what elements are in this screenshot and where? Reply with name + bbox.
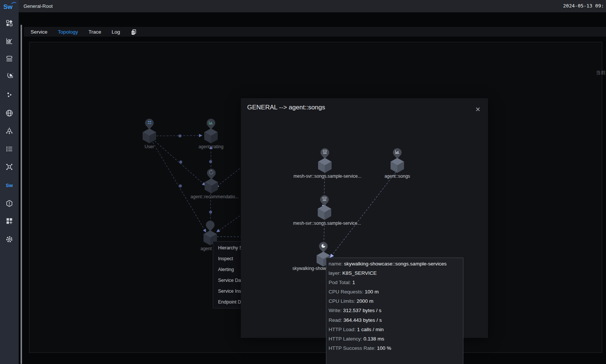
widgets-plus-icon (6, 217, 13, 225)
tooltip-label: Pod Total: (329, 280, 351, 285)
tooltip-label: Read: (329, 317, 342, 323)
node-label: User (144, 144, 154, 149)
sidebar-item-metrics[interactable] (0, 34, 19, 49)
node-label: agent (201, 246, 212, 251)
copy-tab-button[interactable] (131, 29, 137, 35)
tab-log[interactable]: Log (112, 29, 120, 35)
topology-node-agent-rating[interactable]: agent::rating (181, 118, 241, 149)
database-icon (6, 55, 13, 62)
skywalking-logo[interactable]: Sw (3, 1, 17, 11)
tooltip-value: 1 (352, 280, 355, 285)
tooltip-value: skywalking-showcase::songs.sample-servic… (344, 261, 447, 267)
node-label: agent::rating (199, 144, 224, 149)
node-label: agent::recommendatio... (190, 194, 239, 199)
tooltip-value: K8S_SERVICE (342, 270, 377, 276)
scatter-dots-icon (6, 91, 13, 99)
tooltip-value: 0.138 ms (364, 336, 385, 342)
pie-chart-icon (6, 73, 13, 81)
tooltip-value: 312.537 bytes / s (343, 308, 382, 313)
depth-label: 当前 (596, 69, 606, 76)
sidebar-item-settings[interactable] (0, 232, 19, 247)
network-icon (6, 163, 13, 171)
sidebar-item-widgets[interactable] (0, 214, 19, 228)
node-label: mesh-svr::songs.sample-service... (293, 174, 361, 179)
tooltip-value: 100 % (377, 345, 391, 351)
tooltip-value: 364.443 bytes / s (344, 317, 382, 323)
vertical-scrollbar[interactable] (21, 25, 22, 364)
alert-hexagon-icon (6, 200, 13, 207)
svg-text:Sw: Sw (3, 3, 13, 10)
topology-node-user[interactable]: User (119, 118, 179, 149)
time-range-value[interactable]: 2024-05-13 09: (563, 3, 606, 9)
tooltip-label: CPU Limits: (329, 298, 355, 304)
tab-topology[interactable]: Topology (58, 29, 78, 35)
page-title: General-Root (24, 3, 53, 9)
node-label: mesh-svr::songs.sample-service... (293, 221, 361, 226)
tooltip-label: CPU Requests: (329, 289, 363, 295)
dashboard-tabs: Service Topology Trace Log (24, 27, 606, 37)
modal-title: GENERAL --> agent::songs (247, 104, 325, 111)
satellite-icon (6, 127, 13, 135)
service-cube (317, 205, 332, 220)
tooltip-label: HTTP Latency: (329, 336, 362, 342)
tooltip-value: 100 m (365, 289, 379, 295)
tooltip-label: HTTP Success Rate: (329, 345, 376, 351)
tooltip-value: 2000 m (357, 298, 373, 304)
close-icon[interactable]: ✕ (475, 106, 481, 113)
service-cube (142, 128, 156, 144)
sidebar-item-topology[interactable] (0, 159, 19, 174)
sidebar-item-alerting[interactable] (0, 196, 19, 211)
tooltip-label: Write: (329, 308, 342, 313)
skywalking-mini-logo: Sw (6, 183, 13, 188)
list-icon (6, 145, 13, 153)
dashboard-icon (6, 19, 13, 27)
sidebar-item-skywalking[interactable]: Sw (0, 178, 19, 193)
modal-node-mesh-svr-songs-2[interactable]: mesh-svr::songs.sample-service... (295, 195, 354, 226)
service-cube (204, 128, 218, 144)
service-cube (318, 158, 332, 173)
copy-icon (131, 29, 137, 35)
modal-node-agent-songs[interactable]: agent::songs (367, 148, 427, 179)
sidebar-item-dashboard[interactable] (0, 16, 19, 31)
tooltip-label: HTTP Load: (329, 327, 356, 332)
sidebar-item-profile[interactable] (0, 69, 19, 84)
node-label: agent::songs (385, 174, 410, 179)
sidebar-item-browser[interactable] (0, 106, 19, 121)
gear-icon (6, 236, 13, 243)
tab-trace[interactable]: Trace (88, 29, 101, 35)
tooltip-label: name: (329, 261, 343, 267)
top-header: General-Root 2024-05-13 09: (19, 0, 606, 12)
service-tooltip: name: skywalking-showcase::songs.sample-… (326, 258, 463, 364)
tooltip-value: 1 calls / min (357, 327, 383, 332)
service-cube (204, 178, 218, 194)
sidebar: Sw (0, 0, 19, 364)
bar-chart-icon (6, 37, 13, 45)
service-cube (390, 158, 404, 173)
sidebar-item-log[interactable] (0, 141, 19, 156)
skywalking-ui: Sw (0, 0, 606, 364)
modal-node-mesh-svr-songs-1[interactable]: mesh-svr::songs.sample-service... (295, 148, 355, 179)
sidebar-item-service-mesh[interactable] (0, 124, 19, 139)
tab-service[interactable]: Service (31, 29, 47, 35)
globe-icon (6, 109, 13, 117)
tooltip-label: layer: (329, 270, 341, 276)
topology-node-agent-recommendation[interactable]: agent::recommendatio... (181, 168, 241, 199)
sidebar-item-events[interactable] (0, 87, 19, 102)
sidebar-item-database[interactable] (0, 51, 19, 66)
